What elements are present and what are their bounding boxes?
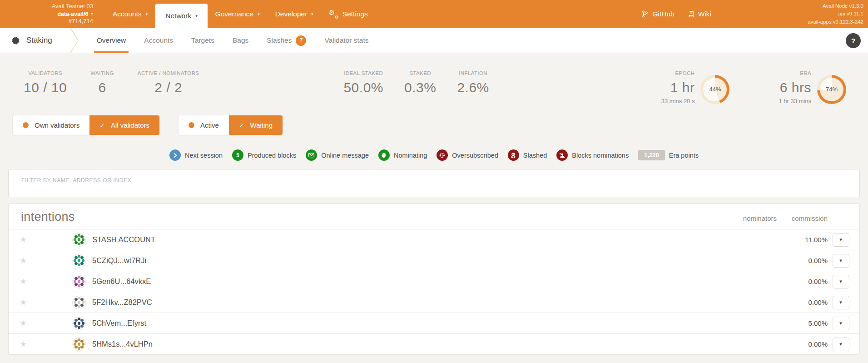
- section-label: Staking: [26, 36, 52, 45]
- nav-label: Accounts: [113, 10, 142, 18]
- chevron-down-icon: ▾: [311, 12, 313, 16]
- external-links: GitHub Wiki: [642, 10, 711, 18]
- stat-staked: STAKED 0.3%: [404, 70, 436, 95]
- era-progress-donut: 74%: [817, 75, 846, 104]
- help-button[interactable]: ?: [846, 33, 861, 48]
- status-legend: Next session 5 Produced blocks Online me…: [0, 149, 868, 161]
- account-name[interactable]: 5ChVem...Efyrst: [92, 319, 146, 328]
- caret-down-icon: ▾: [839, 320, 842, 326]
- radio-dot-icon: [188, 122, 194, 128]
- favorite-star-icon[interactable]: ★: [9, 235, 38, 244]
- skull-icon: [508, 149, 519, 161]
- caret-down-icon: ▾: [839, 258, 842, 264]
- account-name[interactable]: STASH ACCOUNT: [92, 235, 155, 244]
- account-name[interactable]: 5F2Hkv...Z82PVC: [92, 298, 152, 307]
- active-toggle[interactable]: Active: [179, 115, 229, 135]
- commission-value: 11.00%: [777, 236, 828, 244]
- identicon[interactable]: [72, 275, 86, 288]
- staking-summary: VALIDATORS 10 / 10 WAITING 6 ACTIVE / NO…: [0, 53, 868, 104]
- identicon[interactable]: [72, 233, 86, 247]
- wiki-link[interactable]: Wiki: [688, 10, 711, 18]
- nav-settings[interactable]: ⚙ ⚙ Settings: [321, 0, 376, 28]
- check-icon: ✓: [239, 122, 244, 129]
- era-timer: ERA 6 hrs 1 hr 33 mins 74%: [779, 70, 846, 104]
- expand-row-button[interactable]: ▾: [833, 275, 849, 288]
- caret-down-icon: ▾: [839, 278, 842, 284]
- nav-developer[interactable]: Developer ▾: [268, 0, 321, 28]
- tab-targets[interactable]: Targets: [182, 28, 223, 53]
- favorite-star-icon[interactable]: ★: [9, 318, 38, 328]
- expand-row-button[interactable]: ▾: [833, 338, 849, 351]
- github-link[interactable]: GitHub: [642, 10, 674, 18]
- radio-dot-icon: [23, 122, 29, 128]
- slashes-count-badge: 7: [296, 35, 306, 46]
- era-points-badge: 1,220: [638, 150, 665, 160]
- tab-bags[interactable]: Bags: [223, 28, 258, 53]
- nav-label: Developer: [275, 10, 308, 18]
- main-nav: Accounts ▾ Network ▾ Governance ▾ Develo…: [105, 0, 376, 28]
- commission-value: 0.00%: [777, 340, 828, 348]
- stat-validators: VALIDATORS 10 / 10: [24, 70, 67, 95]
- node-version: Avail Node v1.3.0: [808, 2, 863, 10]
- table-title: intentions: [21, 210, 75, 224]
- identicon[interactable]: [72, 296, 86, 309]
- waiting-toggle[interactable]: ✓ Waiting: [229, 115, 283, 135]
- identicon[interactable]: [72, 338, 86, 351]
- favorite-star-icon[interactable]: ★: [9, 339, 38, 349]
- tab-accounts[interactable]: Accounts: [135, 28, 182, 53]
- nav-accounts[interactable]: Accounts ▾: [105, 0, 155, 28]
- favorite-star-icon[interactable]: ★: [9, 298, 38, 307]
- nav-governance[interactable]: Governance ▾: [208, 0, 268, 28]
- scales-icon: [436, 149, 448, 161]
- github-label: GitHub: [652, 10, 674, 18]
- chevron-down-icon: ▾: [146, 12, 148, 16]
- expand-row-button[interactable]: ▾: [833, 254, 849, 268]
- expand-row-button[interactable]: ▾: [833, 233, 849, 247]
- legend-nominating: Nominating: [378, 149, 427, 161]
- epoch-timer: EPOCH 1 hr 33 mins 20 s 44%: [661, 70, 730, 104]
- intentions-table: intentions nominators commission ★ STASH…: [8, 204, 860, 355]
- stat-inflation: INFLATION 2.6%: [457, 70, 489, 95]
- api-version: api v9.11.1: [808, 10, 863, 18]
- own-validators-toggle[interactable]: Own validators: [13, 115, 89, 135]
- column-header-nominators: nominators: [709, 214, 777, 222]
- favorite-star-icon[interactable]: ★: [9, 277, 38, 286]
- table-row: ★ 5HMs1s...4vLHPn 0.00% ▾: [9, 333, 859, 354]
- count-stats: VALIDATORS 10 / 10 WAITING 6 ACTIVE / NO…: [24, 70, 199, 95]
- expand-row-button[interactable]: ▾: [833, 317, 849, 330]
- account-name[interactable]: 5HMs1s...4vLHPn: [92, 340, 153, 348]
- tab-overview[interactable]: Overview: [88, 28, 135, 53]
- nav-network[interactable]: Network ▾: [155, 4, 207, 28]
- legend-blocks-nominations: Blocks nominations: [556, 149, 629, 161]
- account-name[interactable]: 5CZiQJ...wt7RJi: [92, 256, 146, 265]
- version-info: Avail Node v1.3.0 api v9.11.1 avail-apps…: [808, 2, 863, 26]
- account-name[interactable]: 5Gen6U...64vkxE: [92, 277, 151, 286]
- chevron-down-icon: ▾: [258, 12, 260, 16]
- commission-value: 0.00%: [777, 298, 828, 306]
- tab-validator-stats[interactable]: Validator stats: [315, 28, 377, 53]
- identicon[interactable]: [72, 254, 86, 268]
- wiki-label: Wiki: [698, 10, 711, 18]
- stat-ideal-staked: IDEAL STAKED 50.0%: [343, 70, 383, 95]
- table-row: ★ 5Gen6U...64vkxE 0.00% ▾: [9, 271, 859, 292]
- block-count-badge: 5: [232, 149, 243, 161]
- all-validators-toggle[interactable]: ✓ All validators: [89, 115, 159, 135]
- chain-name: Avail Testnet 03: [14, 3, 93, 10]
- legend-next-session: Next session: [169, 149, 223, 161]
- favorite-star-icon[interactable]: ★: [9, 256, 38, 265]
- commission-value: 0.00%: [777, 278, 828, 285]
- staking-seal-icon: [11, 36, 20, 45]
- tab-slashes[interactable]: Slashes 7: [258, 28, 315, 53]
- column-header-commission: commission: [777, 214, 828, 222]
- gears-icon: ⚙ ⚙: [329, 10, 338, 18]
- tab-bar: Staking Overview Accounts Targets Bags S…: [0, 28, 868, 53]
- chevron-right-icon: [169, 149, 181, 161]
- filter-input[interactable]: [20, 177, 848, 184]
- expand-row-button[interactable]: ▾: [833, 296, 849, 309]
- breadcrumb-divider: [69, 28, 79, 53]
- chain-info[interactable]: Avail Testnet 03 data-avail/6 ▾ #714,714: [14, 3, 93, 25]
- legend-era-points: 1,220 Era points: [638, 150, 699, 160]
- tabs: Overview Accounts Targets Bags Slashes 7…: [88, 28, 378, 53]
- identicon[interactable]: [72, 317, 86, 330]
- caret-down-icon: ▾: [839, 341, 842, 347]
